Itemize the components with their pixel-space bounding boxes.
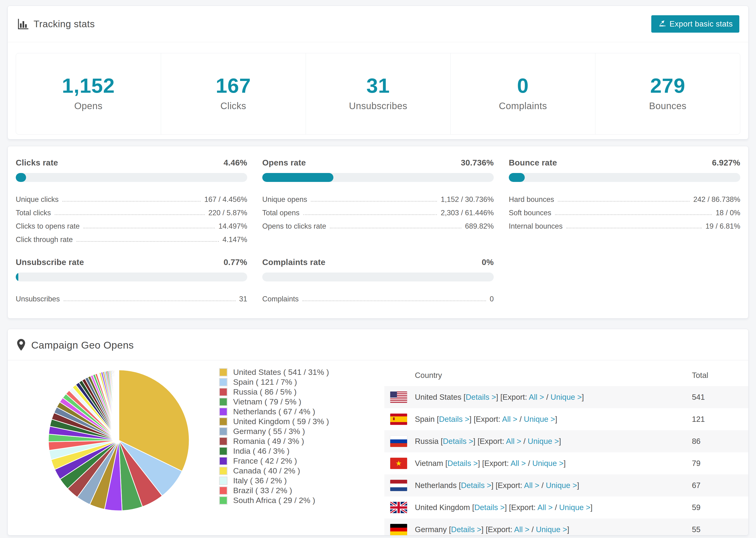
export-all-link[interactable]: All > xyxy=(502,415,517,423)
dotted-leader xyxy=(555,214,712,215)
rate-title: Complaints rate xyxy=(262,257,325,267)
text: [ xyxy=(472,503,474,512)
summary-label: Opens xyxy=(16,101,161,111)
export-all-link[interactable]: All > xyxy=(524,481,539,490)
rate-row: Click through rate4.147% xyxy=(16,231,247,244)
campaign-geo-opens-card: Campaign Geo Opens United States ( 541 /… xyxy=(8,329,748,535)
progress-bar xyxy=(509,173,740,182)
legend-label: Russia ( 86 / 5% ) xyxy=(233,387,297,397)
export-unique-link[interactable]: Unique > xyxy=(536,525,567,534)
summary-card: 167Clicks xyxy=(161,53,306,134)
details-link[interactable]: Details > xyxy=(474,503,505,512)
export-unique-link[interactable]: Unique > xyxy=(532,459,564,467)
table-row: Spain [Details >] [Export: All > / Uniqu… xyxy=(384,408,748,430)
rate-row-value: 1,152 / 30.736% xyxy=(441,195,494,204)
export-unique-link[interactable]: Unique > xyxy=(551,393,582,402)
legend-swatch xyxy=(219,378,228,386)
text: United States xyxy=(415,393,463,402)
legend-item: Vietnam ( 79 / 5% ) xyxy=(219,398,329,405)
table-row: United Kingdom [Details >] [Export: All … xyxy=(384,497,748,518)
rate-block-complaints: Complaints rate0%Complaints0 xyxy=(262,257,494,303)
geo-content: United States ( 541 / 31% )Spain ( 121 /… xyxy=(8,360,748,535)
dotted-leader xyxy=(63,201,201,202)
export-all-link[interactable]: All > xyxy=(537,503,553,512)
export-unique-link[interactable]: Unique > xyxy=(528,437,559,446)
export-unique-link[interactable]: Unique > xyxy=(546,481,577,490)
rate-rows: Hard bounces242 / 86.738%Soft bounces18 … xyxy=(509,190,740,231)
details-link[interactable]: Details > xyxy=(448,459,478,467)
rate-title: Bounce rate xyxy=(509,158,557,167)
rate-row: Total opens2,303 / 61.446% xyxy=(262,204,494,217)
summary-value: 1,152 xyxy=(16,75,161,96)
flag-nl-icon xyxy=(390,480,407,491)
geo-legend: United States ( 541 / 31% )Spain ( 121 /… xyxy=(219,368,329,506)
text: Vietnam xyxy=(415,459,445,467)
legend-item: Russia ( 86 / 5% ) xyxy=(219,388,329,396)
export-all-link[interactable]: All > xyxy=(529,393,544,402)
text: Russia xyxy=(415,437,441,446)
export-unique-link[interactable]: Unique > xyxy=(559,503,590,512)
legend-swatch xyxy=(219,417,228,426)
flag-us-icon xyxy=(390,392,407,403)
text: Netherlands xyxy=(415,481,459,490)
flag-ru-icon xyxy=(390,436,407,447)
summary-label: Bounces xyxy=(595,101,740,111)
geo-title: Campaign Geo Opens xyxy=(31,340,134,351)
legend-item: Canada ( 40 / 2% ) xyxy=(219,467,329,475)
details-link[interactable]: Details > xyxy=(461,481,491,490)
rate-row-label: Internal bounces xyxy=(509,222,563,231)
flag-gb-icon xyxy=(390,502,407,513)
legend-swatch xyxy=(219,437,228,446)
details-link[interactable]: Details > xyxy=(439,415,469,423)
geo-table-header: CountryTotal xyxy=(384,364,748,386)
text: ] xyxy=(582,393,584,402)
rate-row-value: 242 / 86.738% xyxy=(693,195,740,204)
dotted-leader xyxy=(566,228,702,228)
progress-bar-fill xyxy=(262,173,333,182)
text: ] xyxy=(590,503,593,512)
rate-row-value: 4.147% xyxy=(223,236,247,244)
export-unique-link[interactable]: Unique > xyxy=(524,415,555,423)
rate-row: Unique opens1,152 / 30.736% xyxy=(262,190,494,204)
flag-vn-icon: ★ xyxy=(390,458,407,469)
export-basic-stats-button[interactable]: Export basic stats xyxy=(651,15,739,32)
legend-label: Brazil ( 33 / 2% ) xyxy=(233,486,292,495)
legend-swatch xyxy=(219,368,228,377)
details-link[interactable]: Details > xyxy=(443,437,473,446)
geo-total-cell: 67 xyxy=(692,481,701,490)
geo-total-cell: 86 xyxy=(692,437,701,446)
legend-item: Spain ( 121 / 7% ) xyxy=(219,378,329,386)
export-all-link[interactable]: All > xyxy=(514,525,529,534)
legend-item: Netherlands ( 67 / 4% ) xyxy=(219,408,329,415)
text: ] xyxy=(478,459,482,467)
details-link[interactable]: Details > xyxy=(465,393,496,402)
rate-block-bounce: Bounce rate6.927%Hard bounces242 / 86.73… xyxy=(509,158,740,244)
summary-label: Complaints xyxy=(451,101,595,111)
svg-text:★: ★ xyxy=(396,459,402,467)
geo-col-country-header: Country xyxy=(415,371,442,380)
rate-header: Clicks rate4.46% xyxy=(16,158,247,167)
dotted-leader xyxy=(558,201,689,202)
legend-swatch xyxy=(219,398,228,406)
text: [ xyxy=(445,459,448,467)
legend-swatch xyxy=(219,486,228,495)
legend-item: Italy ( 36 / 2% ) xyxy=(219,477,329,484)
geo-total-cell: 121 xyxy=(692,415,705,424)
export-icon xyxy=(658,19,666,29)
rates-card: Clicks rate4.46%Unique clicks167 / 4.456… xyxy=(8,146,748,319)
pie-slice-other xyxy=(119,370,119,440)
text: ] xyxy=(567,525,569,534)
legend-label: Spain ( 121 / 7% ) xyxy=(233,377,297,387)
legend-label: South Africa ( 29 / 2% ) xyxy=(233,496,315,505)
rate-row-value: 31 xyxy=(239,295,247,303)
rate-block-clicks: Clicks rate4.46%Unique clicks167 / 4.456… xyxy=(16,158,247,244)
export-all-link[interactable]: All > xyxy=(511,459,526,467)
export-all-link[interactable]: All > xyxy=(506,437,521,446)
text: [ xyxy=(449,525,451,534)
rate-rows: Unsubscribes31 xyxy=(16,290,247,303)
text: / xyxy=(553,503,559,512)
details-link[interactable]: Details > xyxy=(451,525,481,534)
text: [Export: xyxy=(473,415,502,423)
legend-swatch xyxy=(219,407,228,416)
rate-row-label: Total opens xyxy=(262,209,299,217)
